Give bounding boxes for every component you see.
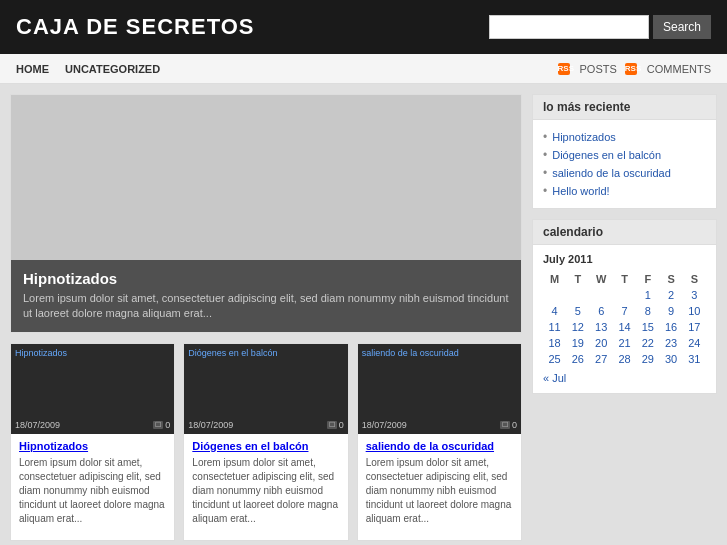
post-body: Hipnotizados Lorem ipsum dolor sit amet,… <box>11 434 174 532</box>
post-title-link[interactable]: Diógenes en el balcón <box>192 440 308 452</box>
calendar-day-link[interactable]: 27 <box>595 353 607 365</box>
calendar-day-link[interactable]: 11 <box>549 321 561 333</box>
calendar-day-link[interactable]: 4 <box>552 305 558 317</box>
sidebar-recent-link[interactable]: Diógenes en el balcón <box>552 149 661 161</box>
sidebar-recent-link[interactable]: saliendo de la oscuridad <box>552 167 671 179</box>
calendar-day-header: T <box>566 271 589 287</box>
calendar-day[interactable]: 17 <box>683 319 706 335</box>
calendar-day-link[interactable]: 7 <box>622 305 628 317</box>
calendar-day-link[interactable]: 30 <box>665 353 677 365</box>
calendar-day-link[interactable]: 13 <box>595 321 607 333</box>
calendar-day-link[interactable]: 6 <box>598 305 604 317</box>
calendar-day[interactable]: 18 <box>543 335 566 351</box>
calendar-day[interactable]: 11 <box>543 319 566 335</box>
calendar-day-link[interactable]: 14 <box>618 321 630 333</box>
calendar-day <box>543 287 566 303</box>
calendar-day[interactable]: 23 <box>659 335 682 351</box>
sidebar-recent-link[interactable]: Hello world! <box>552 185 609 197</box>
post-excerpt: Lorem ipsum dolor sit amet, consectetuer… <box>366 456 513 526</box>
calendar-day[interactable]: 2 <box>659 287 682 303</box>
calendar-day[interactable]: 3 <box>683 287 706 303</box>
calendar-day-link[interactable]: 18 <box>549 337 561 349</box>
calendar-day[interactable]: 25 <box>543 351 566 367</box>
calendar-day[interactable]: 16 <box>659 319 682 335</box>
calendar-day-link[interactable]: 8 <box>645 305 651 317</box>
nav-home[interactable]: HOME <box>16 63 49 75</box>
calendar-day[interactable]: 1 <box>636 287 659 303</box>
calendar-day-link[interactable]: 25 <box>549 353 561 365</box>
calendar-day-link[interactable]: 12 <box>572 321 584 333</box>
sidebar: lo más reciente HipnotizadosDiógenes en … <box>532 94 717 545</box>
calendar-day-link[interactable]: 2 <box>668 289 674 301</box>
sidebar-calendar-widget: calendario July 2011 MTWTFSS 12345678910… <box>532 219 717 394</box>
calendar-day-header: T <box>613 271 636 287</box>
calendar-day-link[interactable]: 20 <box>595 337 607 349</box>
calendar-day[interactable]: 15 <box>636 319 659 335</box>
calendar-day[interactable]: 13 <box>590 319 613 335</box>
calendar-day[interactable]: 21 <box>613 335 636 351</box>
calendar-day[interactable]: 10 <box>683 303 706 319</box>
post-card: Hipnotizados 18/07/2009 ☐ 0 Hipnotizados… <box>10 343 175 541</box>
post-comments: ☐ 0 <box>327 420 344 430</box>
calendar-day[interactable]: 30 <box>659 351 682 367</box>
calendar-day-link[interactable]: 28 <box>618 353 630 365</box>
post-excerpt: Lorem ipsum dolor sit amet, consectetuer… <box>192 456 339 526</box>
featured-post: Hipnotizados Lorem ipsum dolor sit amet,… <box>10 94 522 333</box>
calendar-day-link[interactable]: 3 <box>691 289 697 301</box>
calendar-day-link[interactable]: 31 <box>688 353 700 365</box>
calendar-day-link[interactable]: 17 <box>688 321 700 333</box>
calendar-day[interactable]: 28 <box>613 351 636 367</box>
calendar-day[interactable]: 24 <box>683 335 706 351</box>
sidebar-recent-item: saliendo de la oscuridad <box>543 164 706 182</box>
search-button[interactable]: Search <box>653 15 711 39</box>
post-thumb-label: saliendo de la oscuridad <box>362 348 459 358</box>
calendar-day[interactable]: 22 <box>636 335 659 351</box>
calendar-day[interactable]: 7 <box>613 303 636 319</box>
post-grid: Hipnotizados 18/07/2009 ☐ 0 Hipnotizados… <box>10 343 522 541</box>
post-title: Hipnotizados <box>19 440 166 452</box>
calendar-day[interactable]: 14 <box>613 319 636 335</box>
calendar-day-link[interactable]: 19 <box>572 337 584 349</box>
calendar-day-link[interactable]: 15 <box>642 321 654 333</box>
sidebar-recent-link[interactable]: Hipnotizados <box>552 131 616 143</box>
calendar-day[interactable]: 9 <box>659 303 682 319</box>
post-title-link[interactable]: Hipnotizados <box>19 440 88 452</box>
calendar-day-link[interactable]: 22 <box>642 337 654 349</box>
search-form: Search <box>489 15 711 39</box>
site-title: CAJA DE SECRETOS <box>16 14 255 40</box>
comment-icon: ☐ <box>327 421 337 429</box>
calendar-day-link[interactable]: 5 <box>575 305 581 317</box>
featured-image <box>11 95 521 260</box>
calendar-month: July 2011 <box>543 253 593 265</box>
calendar-day-link[interactable]: 10 <box>688 305 700 317</box>
search-input[interactable] <box>489 15 649 39</box>
post-thumb-meta: 18/07/2009 ☐ 0 <box>188 420 343 430</box>
calendar-day-link[interactable]: 24 <box>688 337 700 349</box>
calendar-prev-link[interactable]: « Jul <box>543 372 566 384</box>
calendar-day-link[interactable]: 23 <box>665 337 677 349</box>
calendar-day-link[interactable]: 16 <box>665 321 677 333</box>
calendar-day-link[interactable]: 21 <box>618 337 630 349</box>
calendar-day[interactable]: 29 <box>636 351 659 367</box>
calendar-day[interactable]: 31 <box>683 351 706 367</box>
calendar-day[interactable]: 27 <box>590 351 613 367</box>
calendar-day[interactable]: 12 <box>566 319 589 335</box>
calendar-day[interactable]: 5 <box>566 303 589 319</box>
sidebar-recent-body: HipnotizadosDiógenes en el balcónsaliend… <box>533 120 716 208</box>
calendar-day-link[interactable]: 26 <box>572 353 584 365</box>
calendar-day[interactable]: 19 <box>566 335 589 351</box>
post-thumb-label: Hipnotizados <box>15 348 67 358</box>
post-title-link[interactable]: saliendo de la oscuridad <box>366 440 494 452</box>
calendar-day[interactable]: 26 <box>566 351 589 367</box>
comment-icon: ☐ <box>500 421 510 429</box>
calendar-day-link[interactable]: 1 <box>645 289 651 301</box>
nav-uncategorized[interactable]: UNCATEGORIZED <box>65 63 160 75</box>
calendar-day[interactable]: 8 <box>636 303 659 319</box>
calendar-day[interactable]: 6 <box>590 303 613 319</box>
calendar-day-link[interactable]: 9 <box>668 305 674 317</box>
site-header: CAJA DE SECRETOS Search <box>0 0 727 54</box>
calendar-day[interactable]: 4 <box>543 303 566 319</box>
calendar-day[interactable]: 20 <box>590 335 613 351</box>
calendar-day-link[interactable]: 29 <box>642 353 654 365</box>
calendar-day <box>566 287 589 303</box>
